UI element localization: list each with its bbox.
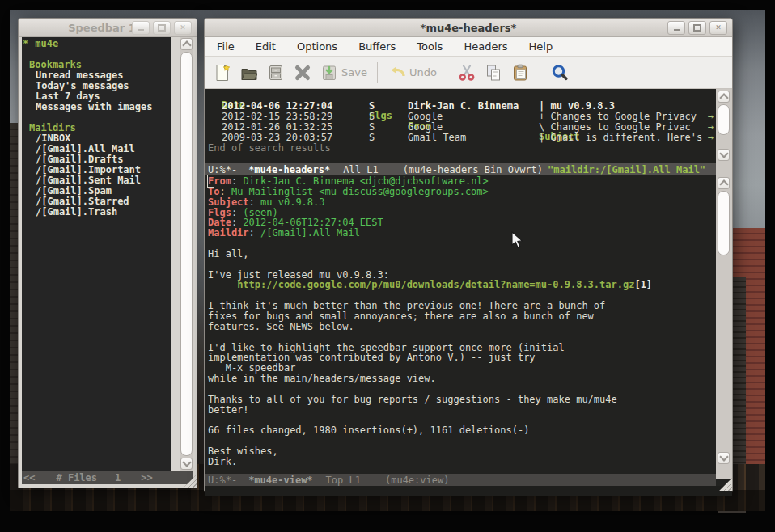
speedbar-item-gmail-starred[interactable]: /[Gmail].Starred	[22, 196, 129, 207]
paste-button[interactable]	[510, 63, 530, 82]
save-button: Save	[320, 63, 367, 82]
menu-edit[interactable]: Edit	[245, 40, 286, 53]
scroll-down-button[interactable]	[180, 458, 193, 470]
new-file-button[interactable]	[213, 63, 232, 82]
speedbar-heading-bookmarks: Bookmarks	[22, 59, 82, 70]
toolbar-separator	[540, 62, 540, 83]
message-line: http://code.google.com/p/mu0/downloads/d…	[208, 280, 716, 290]
chevron-down-icon	[719, 149, 728, 158]
link-reference: [1]	[634, 279, 652, 290]
minimize-button[interactable]	[132, 21, 150, 35]
toolbar-button-label: Undo	[409, 66, 437, 78]
expand-icon[interactable]: *	[22, 38, 28, 49]
speedbar-scrollbar[interactable]	[180, 37, 193, 471]
save-icon	[320, 63, 339, 82]
speedbar-item-gmail-sent-mail[interactable]: /[Gmail].Sent Mail	[22, 175, 141, 186]
message-link[interactable]: http://code.google.com/p/mu0/downloads/d…	[237, 279, 634, 290]
scroll-thumb[interactable]	[180, 52, 193, 456]
mu4e-view-pane[interactable]: From: Dirk-Jan C. Binnema <djcb@djcbsoft…	[205, 175, 716, 474]
speedbar-item-inbox[interactable]: /INBOX	[22, 133, 70, 144]
speedbar-item-gmail-spam[interactable]: /[Gmail].Spam	[22, 185, 112, 196]
paste-icon	[510, 63, 530, 82]
menu-help[interactable]: Help	[519, 40, 564, 53]
chevron-down-icon	[182, 458, 191, 467]
view-field-subject: Subject: mu v0.9.8.3	[208, 197, 716, 208]
copy-button[interactable]	[484, 63, 503, 82]
open-file-icon	[239, 63, 259, 82]
headers-column-row: Date Flgs From Subject	[205, 90, 716, 100]
new-file-icon	[213, 63, 232, 82]
scroll-up-button[interactable]	[718, 91, 730, 103]
menu-headers[interactable]: Headers	[453, 40, 518, 53]
mouse-pointer-icon	[511, 231, 523, 252]
open-file-button[interactable]	[239, 63, 259, 82]
speedbar-item-today-s-messages[interactable]: Today's messages	[22, 80, 129, 91]
menu-tools[interactable]: Tools	[406, 40, 453, 53]
scroll-up-button[interactable]	[180, 38, 193, 50]
speedbar-item-unread-messages[interactable]: Unread messages	[22, 70, 123, 81]
undo-button: Undo	[388, 63, 437, 82]
scroll-thumb[interactable]	[718, 191, 730, 255]
maximize-button[interactable]	[153, 21, 171, 35]
modeline-position: All L1	[343, 164, 378, 175]
maximize-icon	[158, 24, 166, 32]
header-cell-from: Gmail Team	[408, 133, 466, 143]
echo-area[interactable]	[205, 486, 732, 496]
speedbar-item-messages-with-images[interactable]: Messages with images	[22, 101, 153, 112]
cut-button[interactable]	[457, 63, 476, 82]
speedbar-titlebar[interactable]: Speedbar 1.0 ✕	[19, 19, 197, 37]
message-line: Best wishes,	[208, 446, 716, 457]
search-button[interactable]	[550, 63, 570, 82]
speedbar-forward-button[interactable]: >>	[141, 472, 152, 483]
emacs-window: *mu4e-headers* ✕ FileEditOptionsBuffersT…	[204, 18, 733, 492]
field-separator: :	[249, 227, 260, 239]
minimize-button[interactable]	[667, 21, 685, 35]
speedbar-item-gmail-trash[interactable]: /[Gmail].Trash	[22, 206, 117, 217]
menu-file[interactable]: File	[206, 40, 245, 53]
message-line: fixes for bugs and small annoyances; the…	[208, 311, 716, 322]
toolbar: SaveUndo	[205, 57, 732, 89]
header-cell-flags: S	[369, 133, 375, 143]
toolbar-separator	[377, 62, 378, 83]
close-button[interactable]: ✕	[174, 21, 192, 35]
scroll-up-button[interactable]	[718, 177, 730, 189]
speedbar-item-gmail-drafts[interactable]: /[Gmail].Drafts	[22, 154, 123, 165]
chevron-up-icon	[182, 40, 191, 49]
menu-buffers[interactable]: Buffers	[348, 40, 406, 53]
cut-icon	[457, 63, 476, 82]
speedbar-window: Speedbar 1.0 ✕ *mu4eBookmarksUnread mess…	[18, 18, 197, 488]
speedbar-window-controls: ✕	[132, 21, 192, 35]
menu-bar: FileEditOptionsBuffersToolsHeadersHelp	[205, 37, 732, 57]
speedbar-list: *mu4eBookmarksUnread messagesToday's mes…	[22, 37, 171, 471]
close-button[interactable]: ✕	[709, 21, 727, 35]
maximize-button[interactable]	[688, 21, 706, 35]
undo-icon	[388, 63, 407, 82]
message-line: Thanks to all of you for bug reports / s…	[208, 395, 716, 405]
modeline-buffer-name: *mu4e-view*	[248, 475, 312, 486]
minimize-icon	[674, 29, 680, 31]
emacs-titlebar[interactable]: *mu4e-headers* ✕	[205, 19, 732, 37]
speedbar-file-count: 1	[115, 472, 121, 483]
speedbar-item-last-7-days[interactable]: Last 7 days	[22, 91, 100, 102]
dired-button[interactable]	[266, 63, 286, 82]
emacs-window-title: *mu4e-headers*	[421, 22, 517, 34]
menu-options[interactable]: Options	[286, 40, 348, 53]
close-buffer-button[interactable]	[293, 63, 312, 82]
speedbar-item-mu4e[interactable]: mu4e	[28, 38, 58, 49]
field-name: Maildir	[208, 227, 249, 239]
message-line: features. See NEWS below.	[208, 322, 716, 332]
scroll-down-button[interactable]	[718, 452, 730, 464]
mu4e-headers-pane[interactable]: Date Flgs From Subject 2012-04-06 12:27:…	[205, 89, 716, 163]
search-icon	[550, 63, 570, 82]
speedbar-item-gmail-all-mail[interactable]: /[Gmail].All Mail	[22, 143, 135, 154]
speedbar-files-label[interactable]: # Files	[56, 472, 97, 483]
speedbar-item-gmail-important[interactable]: /[Gmail].Important	[22, 164, 141, 175]
message-line: 66 files changed, 1980 insertions(+), 11…	[208, 425, 716, 436]
speedbar-back-button[interactable]: <<	[23, 472, 35, 483]
emacs-scrollbar-column[interactable]	[716, 89, 732, 479]
scroll-thumb[interactable]	[718, 104, 730, 135]
scroll-down-button[interactable]	[718, 149, 730, 161]
copy-icon	[484, 63, 503, 82]
field-value: /[Gmail].All Mail	[260, 227, 360, 239]
toolbar-button-label: Save	[341, 66, 367, 78]
